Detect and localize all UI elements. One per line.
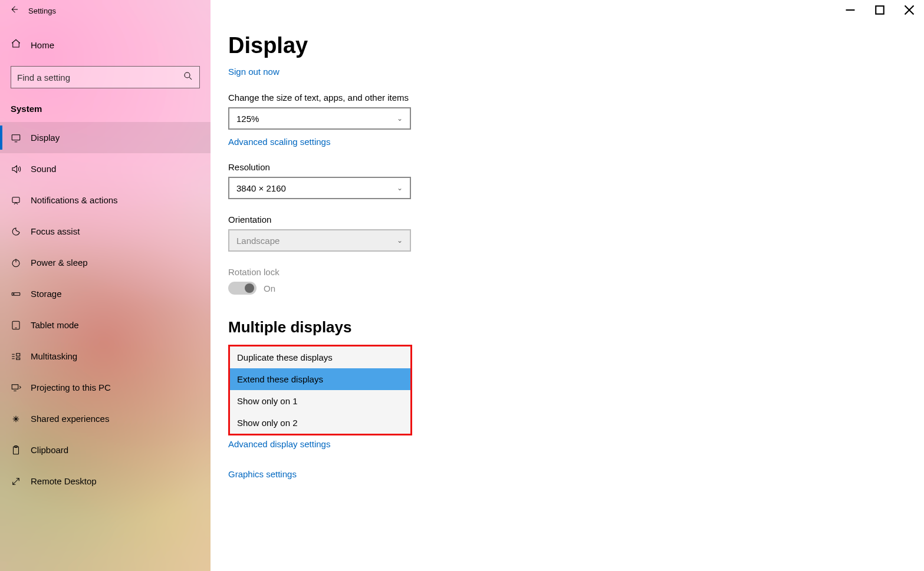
sidebar-item-label: Power & sleep xyxy=(31,258,88,268)
projecting-icon xyxy=(11,382,31,393)
minimize-button[interactable] xyxy=(836,0,865,20)
back-button[interactable] xyxy=(0,4,28,17)
sidebar-item-multitasking[interactable]: Multitasking xyxy=(0,341,211,372)
chevron-down-icon: ⌄ xyxy=(397,236,403,245)
sidebar-item-shared[interactable]: Shared experiences xyxy=(0,403,211,434)
sidebar-item-remote[interactable]: Remote Desktop xyxy=(0,466,211,497)
multiple-displays-dropdown[interactable]: Duplicate these displays Extend these di… xyxy=(228,345,412,435)
sidebar-item-label: Notifications & actions xyxy=(31,195,118,205)
sign-out-link[interactable]: Sign out now xyxy=(228,67,279,77)
home-icon xyxy=(11,38,31,51)
sidebar-item-notifications[interactable]: Notifications & actions xyxy=(0,184,211,216)
sidebar-item-label: Shared experiences xyxy=(31,414,109,424)
rotation-lock-toggle xyxy=(228,282,257,295)
resolution-value: 3840 × 2160 xyxy=(236,183,286,193)
scale-combo[interactable]: 125% ⌄ xyxy=(228,107,411,130)
arrow-left-icon xyxy=(9,4,19,15)
home-label: Home xyxy=(31,40,54,50)
resolution-combo[interactable]: 3840 × 2160 ⌄ xyxy=(228,177,411,199)
sidebar-item-tablet[interactable]: Tablet mode xyxy=(0,309,211,341)
sidebar-item-label: Projecting to this PC xyxy=(31,382,111,392)
maximize-icon xyxy=(874,5,885,15)
search-input[interactable] xyxy=(17,72,183,82)
multi-option-extend[interactable]: Extend these displays xyxy=(230,368,410,390)
sidebar-item-label: Storage xyxy=(31,289,62,299)
svg-rect-2 xyxy=(12,197,19,202)
multi-option-duplicate[interactable]: Duplicate these displays xyxy=(230,346,410,368)
window-controls xyxy=(836,0,924,20)
sidebar-item-label: Display xyxy=(31,133,60,143)
sidebar-item-storage[interactable]: Storage xyxy=(0,278,211,309)
search-box[interactable] xyxy=(11,66,200,88)
sidebar-item-clipboard[interactable]: Clipboard xyxy=(0,434,211,466)
sidebar-item-label: Tablet mode xyxy=(31,320,79,330)
app-title: Settings xyxy=(28,6,56,15)
storage-icon xyxy=(11,289,31,299)
notifications-icon xyxy=(11,195,31,206)
sidebar-item-label: Remote Desktop xyxy=(31,476,97,486)
sidebar-item-focus-assist[interactable]: Focus assist xyxy=(0,216,211,247)
close-button[interactable] xyxy=(895,0,924,20)
sidebar-item-projecting[interactable]: Projecting to this PC xyxy=(0,372,211,403)
svg-rect-10 xyxy=(876,6,884,14)
sidebar-item-label: Clipboard xyxy=(31,445,68,455)
shared-icon xyxy=(11,414,31,424)
power-icon xyxy=(11,258,31,268)
sidebar-item-label: Multitasking xyxy=(31,351,77,361)
chevron-down-icon: ⌄ xyxy=(397,184,403,192)
orientation-value: Landscape xyxy=(236,236,279,246)
search-icon xyxy=(183,71,193,84)
svg-point-5 xyxy=(14,293,15,295)
multitasking-icon xyxy=(11,351,31,362)
chevron-down-icon: ⌄ xyxy=(397,114,403,123)
minimize-icon xyxy=(845,5,856,15)
multiple-displays-heading: Multiple displays xyxy=(228,318,924,336)
close-icon xyxy=(904,5,915,15)
titlebar: Settings xyxy=(0,0,211,21)
advanced-display-link[interactable]: Advanced display settings xyxy=(228,439,924,449)
sidebar-item-sound[interactable]: Sound xyxy=(0,153,211,184)
home-button[interactable]: Home xyxy=(0,32,211,58)
sidebar-item-display[interactable]: Display xyxy=(0,122,211,153)
scale-value: 125% xyxy=(236,114,259,124)
svg-point-0 xyxy=(185,72,190,78)
sidebar-item-label: Sound xyxy=(31,164,56,174)
sound-icon xyxy=(11,164,31,174)
sidebar-item-power[interactable]: Power & sleep xyxy=(0,247,211,278)
multi-option-only-1[interactable]: Show only on 1 xyxy=(230,390,410,412)
graphics-settings-link[interactable]: Graphics settings xyxy=(228,469,924,479)
sidebar: Settings Home System Display Sound Notif… xyxy=(0,0,211,571)
sidebar-item-label: Focus assist xyxy=(31,226,80,236)
page-title: Display xyxy=(228,33,924,58)
resolution-label: Resolution xyxy=(228,162,924,172)
rotation-state: On xyxy=(264,283,275,293)
clipboard-icon xyxy=(11,445,31,456)
main-panel: Display Sign out now Change the size of … xyxy=(211,0,924,571)
section-label: System xyxy=(11,104,211,114)
tablet-icon xyxy=(11,320,31,331)
scale-label: Change the size of text, apps, and other… xyxy=(228,93,924,103)
multi-option-only-2[interactable]: Show only on 2 xyxy=(230,412,410,434)
advanced-scaling-link[interactable]: Advanced scaling settings xyxy=(228,137,924,147)
svg-rect-7 xyxy=(12,384,18,389)
focus-assist-icon xyxy=(11,226,31,237)
maximize-button[interactable] xyxy=(865,0,895,20)
rotation-label: Rotation lock xyxy=(228,267,924,277)
orientation-combo: Landscape ⌄ xyxy=(228,229,411,252)
orientation-label: Orientation xyxy=(228,214,924,225)
display-icon xyxy=(11,133,31,143)
remote-icon xyxy=(11,476,31,487)
svg-rect-1 xyxy=(12,134,20,140)
